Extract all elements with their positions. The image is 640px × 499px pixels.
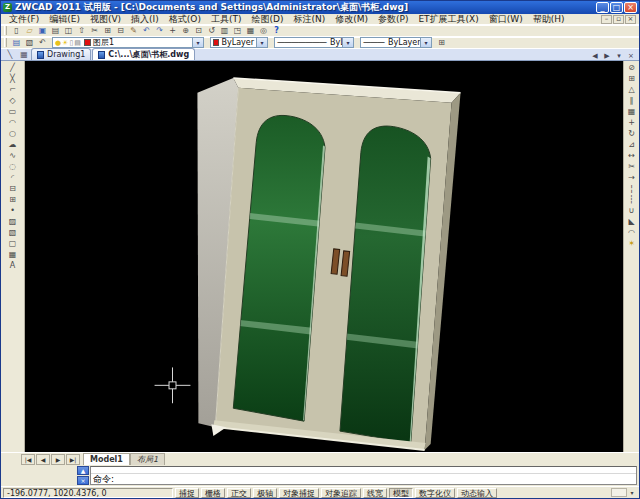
command-prompt[interactable]: 命令: xyxy=(91,473,636,484)
gradient-icon[interactable]: ▧ xyxy=(6,227,20,238)
line-icon[interactable]: ╱ xyxy=(6,62,20,73)
scale-icon[interactable]: ⊿ xyxy=(625,139,639,150)
new-icon[interactable]: ▯ xyxy=(10,25,23,36)
child-restore-button[interactable]: ▫ xyxy=(613,15,624,24)
lineweight-toggle[interactable]: 线宽 xyxy=(363,488,387,498)
menu-parametric[interactable]: 参数(P) xyxy=(373,13,413,26)
color-combo[interactable]: ByLayer ▾ xyxy=(210,37,268,48)
tab-model1[interactable]: Model1 xyxy=(83,453,130,465)
first-tab-button[interactable]: |◀ xyxy=(21,454,35,465)
zoom-window-icon[interactable]: ⊡ xyxy=(192,25,205,36)
command-close-button[interactable]: × xyxy=(77,476,89,485)
tablet-toggle[interactable]: 数字化仪 xyxy=(415,488,455,498)
revision-cloud-icon[interactable]: ☁ xyxy=(6,139,20,150)
properties-icon[interactable]: ▥ xyxy=(218,25,231,36)
paste-icon[interactable]: ⊟ xyxy=(114,25,127,36)
menu-draw[interactable]: 绘图(D) xyxy=(246,13,288,26)
ortho-toggle[interactable]: 正交 xyxy=(227,488,251,498)
prev-tab-button[interactable]: ◀ xyxy=(36,454,50,465)
zoom-previous-icon[interactable]: ↺ xyxy=(205,25,218,36)
construction-line-icon[interactable]: ╳ xyxy=(6,73,20,84)
layer-lock-icon[interactable]: ▯ xyxy=(69,39,73,47)
redo-icon[interactable]: ↷ xyxy=(153,25,166,36)
next-tab-button[interactable]: ▶ xyxy=(51,454,65,465)
copy-icon[interactable]: ⊞ xyxy=(101,25,114,36)
drawing-viewport[interactable] xyxy=(25,61,623,452)
tab-scroll-right-button[interactable]: ▶ xyxy=(601,50,613,60)
dock-grip-icon[interactable]: ╲ xyxy=(3,49,17,60)
layer-combo[interactable]: ●☀▯▤ 图层1 ▾ xyxy=(52,37,204,48)
tab-layout1[interactable]: 布局1 xyxy=(130,453,165,465)
offset-icon[interactable]: ∥ xyxy=(625,95,639,106)
tab-list-button[interactable]: ▾ xyxy=(613,50,625,60)
menu-format[interactable]: 格式(O) xyxy=(164,13,206,26)
ellipse-icon[interactable]: ◌ xyxy=(6,161,20,172)
layer-previous-icon[interactable]: ↶ xyxy=(36,37,49,48)
match-properties-icon[interactable]: ✎ xyxy=(127,25,140,36)
maximize-button[interactable]: □ xyxy=(610,2,623,13)
chevron-down-icon[interactable]: ▾ xyxy=(192,38,203,47)
explode-icon[interactable]: ✶ xyxy=(625,238,639,249)
mtext-icon[interactable]: A xyxy=(6,260,20,271)
mirror-icon[interactable]: △ xyxy=(625,84,639,95)
tool-palettes-icon[interactable]: ▦ xyxy=(244,25,257,36)
move-icon[interactable]: + xyxy=(625,117,639,128)
tab-scroll-left-button[interactable]: ◀ xyxy=(589,50,601,60)
grid-toggle[interactable]: 栅格 xyxy=(201,488,225,498)
dyn-input-toggle[interactable]: 动态输入 xyxy=(457,488,497,498)
tab-drawing1[interactable]: Drawing1 xyxy=(31,48,91,60)
insert-block-icon[interactable]: ⊟ xyxy=(6,183,20,194)
chevron-down-icon[interactable]: ▾ xyxy=(420,38,431,47)
chevron-down-icon[interactable]: ▾ xyxy=(342,38,353,47)
menu-help[interactable]: 帮助(H) xyxy=(528,13,570,26)
lineweight-display-icon[interactable]: ⊞ xyxy=(435,37,448,48)
circle-icon[interactable]: ○ xyxy=(6,128,20,139)
point-icon[interactable]: • xyxy=(6,205,20,216)
snap-toggle[interactable]: 捕捉 xyxy=(175,488,199,498)
tab-shugui-dwg[interactable]: C:\...\桌面\书柜.dwg xyxy=(92,48,195,60)
otrack-toggle[interactable]: 对象追踪 xyxy=(321,488,361,498)
tab-close-button[interactable]: × xyxy=(625,50,637,60)
break-at-point-icon[interactable]: ┆ xyxy=(625,194,639,205)
polyline-icon[interactable]: ⌐ xyxy=(6,84,20,95)
command-input[interactable]: 命令: xyxy=(90,466,637,485)
stretch-icon[interactable]: ↔ xyxy=(625,150,639,161)
fillet-icon[interactable]: ◠ xyxy=(625,227,639,238)
rectangle-icon[interactable]: ▭ xyxy=(6,106,20,117)
chamfer-icon[interactable]: ◣ xyxy=(625,216,639,227)
save-icon[interactable]: ▣ xyxy=(36,25,49,36)
child-minimize-button[interactable]: – xyxy=(601,15,612,24)
osnap-toggle[interactable]: 对象捕捉 xyxy=(279,488,319,498)
zoom-realtime-icon[interactable]: ⊕ xyxy=(179,25,192,36)
model-toggle[interactable]: 模型 xyxy=(389,488,413,498)
command-expand-button[interactable]: ▲ xyxy=(77,466,89,475)
arc-icon[interactable]: ◠ xyxy=(6,117,20,128)
layer-freeze-icon[interactable]: ☀ xyxy=(62,39,68,47)
erase-icon[interactable]: ⊘ xyxy=(625,62,639,73)
linetype-combo[interactable]: ——————— ByLayer ▾ xyxy=(274,37,354,48)
trim-icon[interactable]: ✂ xyxy=(625,161,639,172)
pan-icon[interactable]: + xyxy=(166,25,179,36)
region-icon[interactable]: ▢ xyxy=(6,238,20,249)
menu-et-tools[interactable]: ET扩展工具(X) xyxy=(413,13,483,26)
menu-window[interactable]: 窗口(W) xyxy=(484,13,528,26)
menu-tools[interactable]: 工具(T) xyxy=(206,13,247,26)
menu-edit[interactable]: 编辑(E) xyxy=(44,13,85,26)
polygon-icon[interactable]: ◇ xyxy=(6,95,20,106)
toolbar-grip[interactable] xyxy=(4,26,7,35)
spline-icon[interactable]: ∿ xyxy=(6,150,20,161)
find-icon[interactable]: ◎ xyxy=(257,25,270,36)
array-icon[interactable]: ▦ xyxy=(625,106,639,117)
join-icon[interactable]: ∪ xyxy=(625,205,639,216)
layer-plot-icon[interactable]: ▤ xyxy=(74,39,81,47)
layer-on-icon[interactable]: ● xyxy=(55,39,61,47)
status-menu-arrow-icon[interactable]: ▾ xyxy=(627,488,637,498)
sheet-set-icon[interactable]: ▦ xyxy=(17,49,31,60)
plot-icon[interactable]: ▤ xyxy=(49,25,62,36)
close-button[interactable]: × xyxy=(624,2,637,13)
table-icon[interactable]: ▦ xyxy=(6,249,20,260)
cut-icon[interactable]: ✂ xyxy=(88,25,101,36)
chevron-down-icon[interactable]: ▾ xyxy=(256,38,267,47)
undo-icon[interactable]: ↶ xyxy=(140,25,153,36)
make-block-icon[interactable]: ⊞ xyxy=(6,194,20,205)
